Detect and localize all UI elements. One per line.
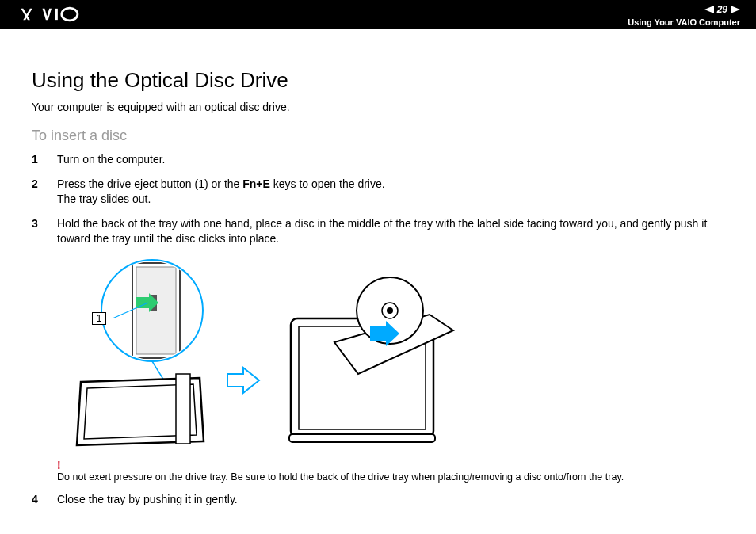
step-text: Close the tray by pushing it in gently. bbox=[57, 492, 724, 507]
section-name: Using Your VAIO Computer bbox=[628, 17, 740, 27]
page-content: Using the Optical Disc Drive Your comput… bbox=[0, 29, 756, 507]
callout-label: 1 bbox=[92, 312, 106, 325]
svg-point-18 bbox=[387, 307, 393, 314]
step-number: 2 bbox=[32, 177, 57, 207]
svg-rect-0 bbox=[55, 9, 58, 20]
instruction-figure: 1 bbox=[57, 255, 724, 453]
header-bar: 29 Using Your VAIO Computer bbox=[0, 0, 756, 29]
disc-drive-illustration bbox=[57, 255, 493, 453]
step-number: 4 bbox=[32, 492, 57, 507]
warning-block: ! Do not exert pressure on the drive tra… bbox=[57, 460, 724, 483]
step-3: 3 Hold the back of the tray with one han… bbox=[32, 216, 724, 246]
step-text: Turn on the computer. bbox=[57, 152, 724, 167]
warning-icon: ! bbox=[57, 460, 724, 471]
prev-page-arrow-icon[interactable] bbox=[704, 2, 714, 17]
next-page-arrow-icon[interactable] bbox=[731, 2, 740, 17]
svg-marker-2 bbox=[704, 6, 714, 13]
step-text: Press the drive eject button (1) or the … bbox=[57, 177, 724, 207]
step-text-line2: The tray slides out. bbox=[57, 193, 151, 205]
intro-text: Your computer is equipped with an optica… bbox=[32, 101, 724, 113]
vaio-logo bbox=[16, 0, 103, 29]
page-title: Using the Optical Disc Drive bbox=[32, 68, 724, 93]
step-text: Hold the back of the tray with one hand,… bbox=[57, 216, 724, 246]
key-combo: Fn+E bbox=[242, 177, 270, 190]
step-text-part: keys to open the drive. bbox=[270, 177, 385, 190]
page-nav: 29 bbox=[704, 2, 740, 17]
svg-rect-13 bbox=[176, 374, 190, 444]
svg-marker-3 bbox=[731, 6, 740, 13]
subheading: To insert a disc bbox=[32, 128, 724, 144]
arrow-right-icon bbox=[227, 368, 259, 393]
step-number: 3 bbox=[32, 216, 57, 246]
svg-rect-20 bbox=[289, 434, 435, 442]
step-4: 4 Close the tray by pushing it in gently… bbox=[32, 492, 724, 507]
step-1: 1 Turn on the computer. bbox=[32, 152, 724, 167]
step-number: 1 bbox=[32, 152, 57, 167]
step-text-part: Press the drive eject button (1) or the bbox=[57, 177, 242, 190]
page-number: 29 bbox=[717, 4, 727, 15]
warning-text: Do not exert pressure on the drive tray.… bbox=[57, 471, 724, 483]
header-right: 29 Using Your VAIO Computer bbox=[628, 0, 740, 29]
step-2: 2 Press the drive eject button (1) or th… bbox=[32, 177, 724, 207]
svg-point-1 bbox=[62, 8, 78, 21]
